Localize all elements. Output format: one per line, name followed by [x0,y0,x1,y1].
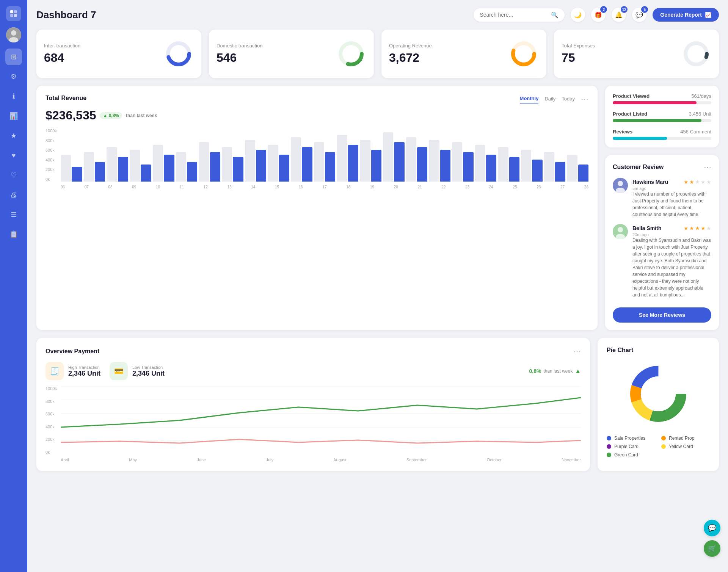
moon-toggle[interactable]: 🌙 [571,8,585,22]
metric-value-reviews: 456 Comment [680,129,711,135]
reviews-more-btn[interactable]: ⋯ [704,163,711,172]
bar-gray [498,147,508,182]
reviews-card: Customer Review ⋯ Hawkins Maru ★ ★ ★ [605,155,719,330]
see-more-button[interactable]: See More Reviews [613,307,711,323]
sidebar-item-favorites[interactable]: ★ [5,127,22,144]
bar-group [153,145,174,182]
bar-gray [222,147,232,182]
bar-group [107,147,128,182]
sidebar-item-reports[interactable]: 📋 [5,226,22,243]
review-item-2: Bella Smith ★ ★ ★ ★ ★ 20m ago Dealing wi… [613,224,711,298]
payment-up-icon: ▲ [575,368,581,375]
bar-group [498,147,519,182]
avatar[interactable] [6,27,21,42]
payment-header: Overview Payment ⋯ [46,347,581,356]
bar-group [383,132,405,182]
chat-button[interactable]: 💬 5 [632,8,646,22]
review-avatar-1 [613,178,628,193]
bar-gray [337,135,347,182]
generate-report-button[interactable]: Generate Report 📈 [653,8,719,22]
sidebar-item-print[interactable]: 🖨 [5,186,22,203]
payment-pct: 0,8% [529,368,541,374]
sidebar-item-dashboard[interactable]: ⊞ [5,49,22,65]
svg-point-13 [686,43,707,64]
revenue-chart-card: Total Revenue Monthly Daily Today ⋯ $236… [36,86,598,330]
chart-tabs: Monthly Daily Today ⋯ [520,95,588,104]
search-icon[interactable]: 🔍 [551,11,559,19]
reviews-header: Customer Review ⋯ [613,163,711,172]
sidebar-item-analytics[interactable]: 📊 [5,108,22,124]
high-tx-label: High Transaction [68,365,100,370]
sidebar: ⊞ ⚙ ℹ 📊 ★ ♥ ♡ 🖨 ☰ 📋 [0,0,27,572]
bar-group [475,145,497,182]
main-content: Dashboard 7 🔍 🌙 🎁 2 🔔 12 💬 5 Gen [27,0,728,572]
bar-chart: 1000k 800k 600k 400k 200k 0k 06070809101… [46,129,588,189]
metric-reviews: Reviews 456 Comment [613,129,711,140]
bar-group [268,145,289,182]
bar-gray [291,137,301,182]
metric-product-viewed: Product Viewed 561/days [613,93,711,104]
float-buttons: 💬 🛒 [704,520,720,557]
revenue-amount-row: $236,535 ▲ 0,8% than last week [46,108,588,122]
svg-rect-1 [14,10,17,13]
payment-card: Overview Payment ⋯ 🧾 High Transaction 2,… [36,338,590,471]
chart-icon: 📈 [705,12,711,18]
progress-listed [613,119,701,122]
cart-float-btn[interactable]: 🛒 [704,540,720,557]
tab-daily[interactable]: Daily [544,96,555,103]
bar-blue [95,162,105,182]
bar-group [291,137,312,182]
bar-blue [72,167,82,182]
bar-blue [440,150,450,182]
search-bar: 🔍 [474,8,565,22]
support-float-btn[interactable]: 💬 [704,520,720,536]
sidebar-item-info[interactable]: ℹ [5,88,22,105]
bar-group [84,152,105,182]
bar-blue [118,157,128,182]
bell-button[interactable]: 🔔 12 [612,8,626,22]
high-transaction: 🧾 High Transaction 2,346 Unit [46,362,100,380]
sidebar-item-likes[interactable]: ♥ [5,147,22,164]
bar-blue [210,152,220,182]
stat-card-domestic: Domestic transaction 546 [209,30,374,78]
donut-domestic [336,39,366,69]
line-y-labels: 1000k 800k 600k 400k 200k 0k [46,386,57,454]
review-text-2: Dealing with Syamsudin and Bakri was a j… [632,237,711,298]
payment-more-btn[interactable]: ⋯ [573,347,581,356]
legend-yellow: Yellow Card [661,444,710,449]
tab-today[interactable]: Today [562,96,575,103]
svg-point-16 [618,181,623,186]
bar-gray [521,150,531,182]
donut-revenue [508,39,539,69]
bar-blue [486,155,496,182]
review-item-1: Hawkins Maru ★ ★ ★ ★ ★ 5m ago I viewed a… [613,178,711,218]
bar-blue [348,145,358,182]
stat-card-expenses: Total Expenses 75 [554,30,719,78]
legend-sale: Sale Properties [607,436,655,441]
bar-blue [141,165,151,182]
svg-rect-0 [10,10,13,13]
search-input[interactable] [480,12,548,18]
sidebar-item-settings[interactable]: ⚙ [5,68,22,85]
revenue-more-btn[interactable]: ⋯ [581,95,588,104]
sidebar-logo[interactable] [6,6,21,21]
bar-gray [406,137,416,182]
sidebar-item-wishlist[interactable]: ♡ [5,167,22,183]
stars-1: ★ ★ ★ ★ ★ [684,179,711,185]
revenue-value: $236,535 [46,108,96,122]
legend-dot-purple [607,444,611,449]
metric-label-viewed: Product Viewed [613,93,650,99]
stat-value-expenses: 75 [562,51,595,65]
gift-button[interactable]: 🎁 2 [591,8,606,22]
bar-gray [567,155,577,182]
chat-badge: 5 [641,6,648,13]
legend-label-rented: Rented Prop [669,436,694,441]
sidebar-item-menu[interactable]: ☰ [5,206,22,223]
header-right: 🔍 🌙 🎁 2 🔔 12 💬 5 Generate Report 📈 [474,8,719,22]
bar-blue [417,147,427,182]
bar-blue [187,162,197,182]
tab-monthly[interactable]: Monthly [520,96,539,103]
review-avatar-2 [613,224,628,239]
bar-gray [314,142,324,182]
gift-badge: 2 [600,6,607,13]
